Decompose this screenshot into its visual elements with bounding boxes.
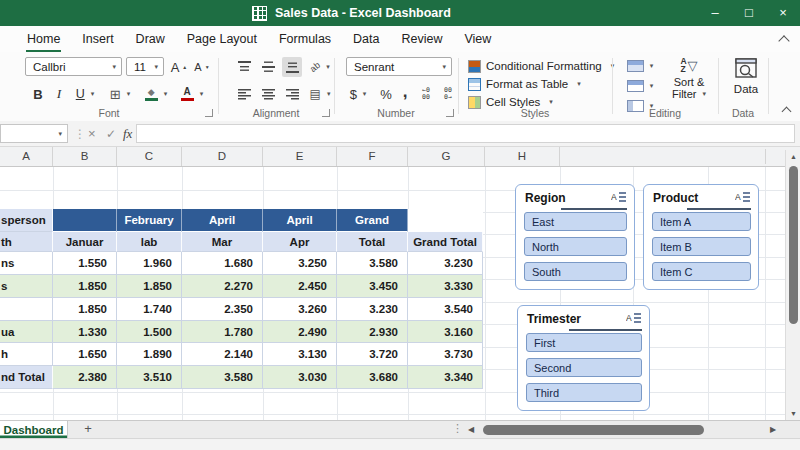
- column-header-f[interactable]: F: [337, 147, 408, 166]
- column-header-b[interactable]: B: [53, 147, 117, 166]
- table-total-cell[interactable]: 3.580: [182, 366, 263, 389]
- comma-style-button[interactable]: ,: [398, 82, 412, 102]
- table-row-label[interactable]: ns: [0, 252, 53, 275]
- table-cell[interactable]: 2.140: [182, 343, 263, 366]
- number-format-select[interactable]: Senrant ▾: [346, 57, 452, 76]
- minimize-button[interactable]: –: [698, 0, 732, 26]
- align-left-button[interactable]: [234, 84, 254, 104]
- table-corner-header[interactable]: sperson: [0, 209, 53, 232]
- table-total-cell[interactable]: 3.340: [408, 366, 483, 389]
- slicer-item-item-a[interactable]: Item A: [652, 212, 751, 231]
- align-bottom-button[interactable]: [282, 57, 302, 77]
- orientation-button[interactable]: ab ▾: [306, 57, 334, 77]
- table-cell[interactable]: 1.500: [117, 321, 182, 343]
- insert-function-button[interactable]: fx: [123, 124, 132, 143]
- table-cell[interactable]: 3.730: [408, 343, 483, 366]
- slicer-item-item-b[interactable]: Item B: [652, 237, 751, 256]
- ribbon-collapse-chevron-icon[interactable]: [783, 108, 790, 115]
- slicer-item-first[interactable]: First: [526, 333, 642, 352]
- new-sheet-button[interactable]: +: [78, 421, 98, 438]
- enter-button[interactable]: ✓: [106, 124, 116, 143]
- table-cell[interactable]: 2.350: [182, 298, 263, 321]
- align-top-button[interactable]: [234, 57, 254, 77]
- name-box[interactable]: ▾: [0, 124, 68, 143]
- table-subheader-januar[interactable]: Januar: [53, 232, 117, 252]
- alignment-dialog-launcher-icon[interactable]: [322, 109, 330, 117]
- tab-splitter-icon[interactable]: ⋮: [452, 422, 463, 435]
- underline-button[interactable]: U ▾: [70, 84, 100, 104]
- insert-cells-button[interactable]: ▾: [624, 56, 656, 76]
- menu-tab-draw[interactable]: Draw: [125, 26, 176, 52]
- vertical-scrollbar[interactable]: ▲ ▼: [785, 150, 800, 420]
- cancel-button[interactable]: ×: [88, 124, 96, 143]
- column-header-a[interactable]: A: [0, 147, 53, 166]
- collapse-chevron-icon[interactable]: [780, 37, 788, 45]
- number-dialog-launcher-icon[interactable]: [446, 109, 454, 117]
- align-right-button[interactable]: [282, 84, 302, 104]
- table-cell[interactable]: 1.550: [53, 252, 117, 275]
- shrink-font-button[interactable]: A▼: [192, 57, 212, 77]
- delete-cells-button[interactable]: ▾: [624, 76, 656, 96]
- table-cell[interactable]: 2.270: [182, 275, 263, 298]
- align-middle-button[interactable]: [258, 57, 278, 77]
- slicer-item-north[interactable]: North: [524, 237, 627, 256]
- slicer-item-east[interactable]: East: [524, 212, 627, 231]
- font-dialog-launcher-icon[interactable]: [205, 109, 213, 117]
- table-cell[interactable]: 2.450: [263, 275, 337, 298]
- table-subheader-lab[interactable]: lab: [117, 232, 182, 252]
- table-cell[interactable]: 3.540: [408, 298, 483, 321]
- font-name-select[interactable]: Callbri ▾: [25, 57, 122, 76]
- menu-tab-page-layout[interactable]: Page Layout: [176, 26, 268, 52]
- multi-select-filter-icon[interactable]: A: [735, 189, 751, 207]
- table-cell[interactable]: 1.740: [117, 298, 182, 321]
- fill-color-button[interactable]: ◆ ▾: [140, 84, 172, 104]
- formula-input[interactable]: [136, 124, 795, 143]
- scroll-up-icon[interactable]: ▲: [786, 153, 800, 160]
- table-cell[interactable]: 2.930: [337, 321, 408, 343]
- column-header-c[interactable]: C: [117, 147, 182, 166]
- table-cell[interactable]: 3.130: [263, 343, 337, 366]
- table-row-label[interactable]: [0, 298, 53, 321]
- column-header-h[interactable]: H: [485, 147, 560, 166]
- menu-tab-insert[interactable]: Insert: [71, 26, 124, 52]
- table-header-april[interactable]: April: [263, 209, 337, 232]
- decrease-decimal-button[interactable]: 000→: [438, 84, 458, 104]
- sort-filter-button[interactable]: AZ ▽ Sort & Filter▾: [662, 54, 716, 106]
- merge-center-button[interactable]: ▤ ▾: [306, 84, 334, 104]
- table-header-february[interactable]: February: [117, 209, 182, 232]
- slicer-item-item-c[interactable]: Item C: [652, 262, 751, 281]
- multi-select-filter-icon[interactable]: A: [626, 310, 642, 328]
- table-cell[interactable]: 2.490: [263, 321, 337, 343]
- menu-tab-review[interactable]: Review: [390, 26, 453, 52]
- table-row-label[interactable]: ua: [0, 321, 53, 343]
- currency-button[interactable]: $ ▾: [344, 84, 372, 104]
- horizontal-scroll-thumb[interactable]: [483, 425, 704, 435]
- table-cell[interactable]: 1.850: [117, 275, 182, 298]
- menu-tab-data[interactable]: Data: [342, 26, 390, 52]
- close-button[interactable]: ×: [766, 0, 800, 26]
- table-cell[interactable]: 1.330: [53, 321, 117, 343]
- menu-tab-formulas[interactable]: Formulas: [268, 26, 342, 52]
- table-cell[interactable]: 3.720: [337, 343, 408, 366]
- table-subheader-mar[interactable]: Mar: [182, 232, 263, 252]
- table-cell[interactable]: 1.890: [117, 343, 182, 366]
- table-cell[interactable]: 3.230: [408, 252, 483, 275]
- table-cell[interactable]: 3.450: [337, 275, 408, 298]
- table-total-cell[interactable]: 3.510: [117, 366, 182, 389]
- table-subheader-th[interactable]: th: [0, 232, 53, 252]
- vertical-scroll-thumb[interactable]: [789, 166, 798, 324]
- scroll-left-icon[interactable]: ◀: [468, 425, 474, 434]
- table-cell[interactable]: 1.680: [182, 252, 263, 275]
- table-cell[interactable]: 3.260: [263, 298, 337, 321]
- table-cell[interactable]: 1.850: [53, 298, 117, 321]
- table-row-label[interactable]: h: [0, 343, 53, 366]
- font-color-button[interactable]: A ▾: [176, 84, 208, 104]
- table-subheader-apr[interactable]: Apr: [263, 232, 337, 252]
- table-cell[interactable]: 3.330: [408, 275, 483, 298]
- table-total-cell[interactable]: 3.030: [263, 366, 337, 389]
- align-center-button[interactable]: [258, 84, 278, 104]
- format-as-table-button[interactable]: Format as Table ▾: [468, 76, 581, 92]
- italic-button[interactable]: I: [50, 84, 68, 104]
- table-row-label[interactable]: s: [0, 275, 53, 298]
- table-header-blank[interactable]: [53, 209, 117, 232]
